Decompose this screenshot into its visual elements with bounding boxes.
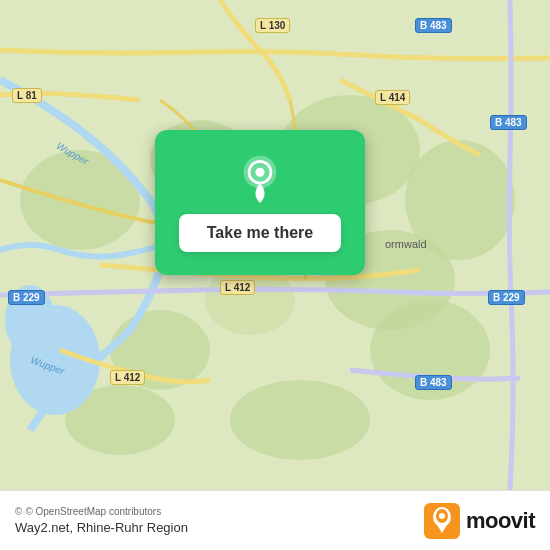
road-label-b229-right: B 229 — [488, 290, 525, 305]
attribution: © © OpenStreetMap contributors — [15, 506, 188, 517]
attribution-text: © OpenStreetMap contributors — [25, 506, 161, 517]
location-pin-icon — [235, 154, 285, 204]
take-me-there-button[interactable]: Take me there — [179, 214, 341, 252]
bottom-left-info: © © OpenStreetMap contributors Way2.net,… — [15, 506, 188, 535]
map: ormwald L 130 B 483 B 483 L 81 L 414 B 2… — [0, 0, 550, 490]
road-label-l130: L 130 — [255, 18, 290, 33]
road-label-b229-left: B 229 — [8, 290, 45, 305]
svg-point-16 — [255, 167, 264, 176]
moovit-pin-icon — [424, 503, 460, 539]
destination-card[interactable]: Take me there — [155, 130, 365, 275]
road-label-b483-bot: B 483 — [415, 375, 452, 390]
road-label-l414: L 414 — [375, 90, 410, 105]
moovit-logo: moovit — [424, 503, 535, 539]
road-label-l81: L 81 — [12, 88, 42, 103]
copyright-icon: © — [15, 506, 22, 517]
road-label-b483-top: B 483 — [415, 18, 452, 33]
moovit-text: moovit — [466, 508, 535, 534]
road-label-l412-bot: L 412 — [110, 370, 145, 385]
road-label-l412-mid: L 412 — [220, 280, 255, 295]
bottom-bar: © © OpenStreetMap contributors Way2.net,… — [0, 490, 550, 550]
svg-point-3 — [230, 380, 370, 460]
svg-point-20 — [439, 513, 445, 519]
site-info: Way2.net, Rhine-Ruhr Region — [15, 520, 188, 535]
road-label-b483-right: B 483 — [490, 115, 527, 130]
svg-text:ormwald: ormwald — [385, 238, 427, 250]
